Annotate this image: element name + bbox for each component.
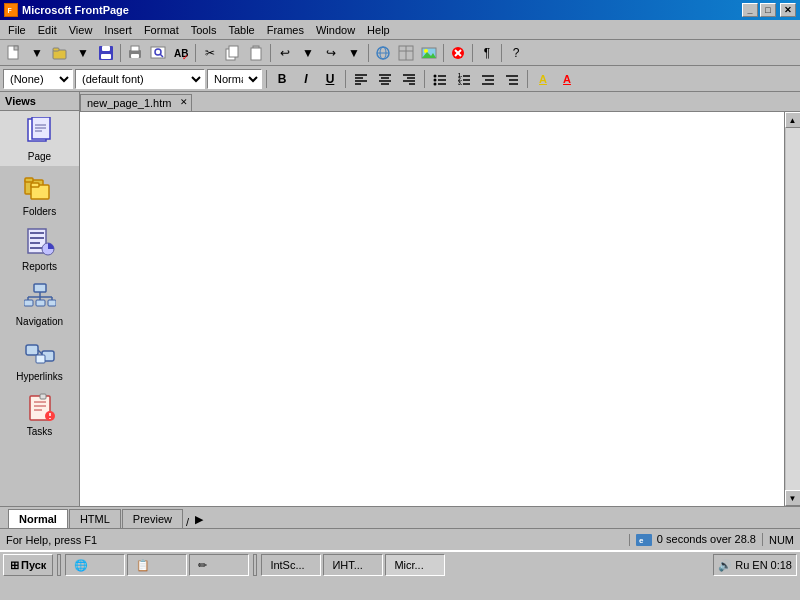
menu-table[interactable]: Table [222,22,260,38]
unordered-list-button[interactable] [429,69,451,89]
underline-button[interactable]: U [319,69,341,89]
format-sep-1 [266,70,267,88]
tray-lang-ru[interactable]: Ru [735,559,749,571]
redo-dropdown[interactable]: ▼ [343,42,365,64]
open-button[interactable] [49,42,71,64]
taskbar-quick-1[interactable]: 🌐 [65,554,125,576]
vertical-scrollbar[interactable]: ▲ ▼ [784,112,800,506]
svg-rect-78 [34,284,46,292]
view-item-folders[interactable]: Folders [0,166,79,221]
align-left-button[interactable] [350,69,372,89]
maximize-button[interactable]: □ [760,3,776,17]
highlight-button[interactable]: A [532,69,554,89]
title-bar-buttons[interactable]: _ □ ✕ [742,3,796,17]
view-item-hyperlinks[interactable]: Hyperlinks [0,331,79,386]
new-dropdown[interactable]: ▼ [26,42,48,64]
tray-lang-en[interactable]: EN [752,559,767,571]
paste-button[interactable] [245,42,267,64]
svg-rect-18 [229,46,238,57]
svg-rect-86 [48,300,56,306]
tab-html[interactable]: HTML [69,509,121,528]
decrease-indent-button[interactable] [477,69,499,89]
view-item-navigation[interactable]: Navigation [0,276,79,331]
menu-edit[interactable]: Edit [32,22,63,38]
cut-button[interactable]: ✂ [199,42,221,64]
page-tabs: Normal HTML Preview / ▶ [0,506,800,528]
insert-picture-button[interactable] [418,42,440,64]
font-color-button[interactable]: A [556,69,578,89]
help-button[interactable]: ? [505,42,527,64]
view-item-tasks[interactable]: Tasks [0,386,79,441]
svg-rect-75 [30,242,40,244]
align-right-button[interactable] [398,69,420,89]
copy-button[interactable] [222,42,244,64]
svg-rect-3 [14,46,18,50]
view-label-folders: Folders [23,206,56,217]
view-item-reports[interactable]: Reports [0,221,79,276]
italic-button[interactable]: I [295,69,317,89]
menu-insert[interactable]: Insert [98,22,138,38]
taskbar-app-intsc[interactable]: IntSc... [261,554,321,576]
svg-text:3.: 3. [458,80,463,86]
tasks-icon [24,392,56,424]
svg-rect-5 [53,48,59,51]
reports-icon [24,227,56,259]
taskbar-quick-3[interactable]: ✏ [189,554,249,576]
close-button[interactable]: ✕ [780,3,796,17]
web-component-button[interactable] [372,42,394,64]
start-button[interactable]: ⊞ Пуск [3,554,53,576]
undo-dropdown[interactable]: ▼ [297,42,319,64]
bold-button[interactable]: B [271,69,293,89]
taskbar-separator-2 [253,554,257,576]
svg-point-47 [434,78,437,81]
menu-help[interactable]: Help [361,22,396,38]
scroll-down-button[interactable]: ▼ [785,490,801,506]
separator-5 [443,44,444,62]
app-icon: F [4,3,18,17]
menu-file[interactable]: File [2,22,32,38]
spell-button[interactable]: AB ✓ [170,42,192,64]
tab-scroll-right[interactable]: ▶ [191,511,207,528]
separator-6 [472,44,473,62]
doc-tab[interactable]: new_page_1.htm ✕ [80,94,192,111]
svg-rect-69 [25,178,33,182]
taskbar-quick-2[interactable]: 📋 [127,554,187,576]
insert-table-button[interactable] [395,42,417,64]
svg-rect-8 [101,54,111,59]
scroll-up-button[interactable]: ▲ [785,112,801,128]
taskbar-app-micr[interactable]: Micr... [385,554,445,576]
menu-format[interactable]: Format [138,22,185,38]
taskbar-app-int[interactable]: ИНТ... [323,554,383,576]
separator-2 [195,44,196,62]
stop-button[interactable] [447,42,469,64]
preview-button[interactable] [147,42,169,64]
print-button[interactable] [124,42,146,64]
view-item-page[interactable]: Page [0,111,79,166]
redo-button[interactable]: ↪ [320,42,342,64]
svg-rect-90 [36,355,45,363]
scroll-track[interactable] [786,128,800,490]
menu-tools[interactable]: Tools [185,22,223,38]
align-center-button[interactable] [374,69,396,89]
doc-tab-close[interactable]: ✕ [180,97,188,107]
tray-icon-1[interactable]: 🔊 [718,559,732,572]
svg-rect-87 [26,345,38,355]
menu-frames[interactable]: Frames [261,22,310,38]
new-button[interactable] [3,42,25,64]
undo-button[interactable]: ↩ [274,42,296,64]
menu-view[interactable]: View [63,22,99,38]
menu-window[interactable]: Window [310,22,361,38]
open-dropdown[interactable]: ▼ [72,42,94,64]
svg-text:F: F [8,7,12,14]
minimize-button[interactable]: _ [742,3,758,17]
paragraph-mark-button[interactable]: ¶ [476,42,498,64]
tab-preview[interactable]: Preview [122,509,183,528]
document-content[interactable]: ▲ ▼ [80,112,800,506]
tab-normal[interactable]: Normal [8,509,68,528]
style-select[interactable]: (None) [3,69,73,89]
increase-indent-button[interactable] [501,69,523,89]
ordered-list-button[interactable]: 1. 2. 3. [453,69,475,89]
save-button[interactable] [95,42,117,64]
size-select[interactable]: Normal [207,69,262,89]
font-select[interactable]: (default font) [75,69,205,89]
